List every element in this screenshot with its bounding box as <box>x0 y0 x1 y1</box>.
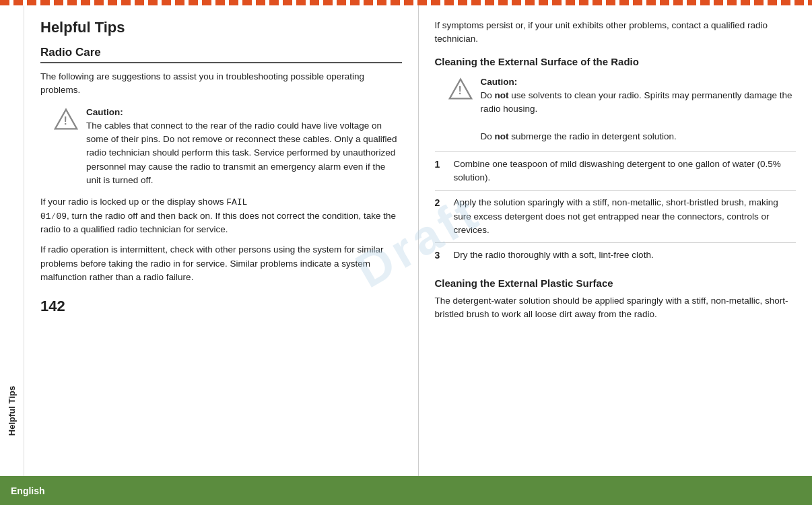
para-intermittent: If radio operation is intermittent, chec… <box>40 243 402 284</box>
caution-block-2: ! Caution: Do not use solvents to clean … <box>448 75 797 143</box>
step-2: 2 Apply the solution sparingly with a st… <box>435 190 797 242</box>
main-heading: Helpful Tips <box>40 19 402 36</box>
caution-body-1: The cables that connect to the rear of t… <box>86 121 397 185</box>
step-1-text: Combine one teaspoon of mild diswashing … <box>454 158 797 185</box>
caution-line2: Do not submerge the radio in detergent s… <box>481 131 677 141</box>
page-number: 142 <box>40 298 402 315</box>
step-1-num: 1 <box>435 158 447 172</box>
section-heading-radio-care: Radio Care <box>40 46 402 63</box>
step-3: 3 Dry the radio thoroughly with a soft, … <box>435 242 797 268</box>
caution-label-2: Caution: <box>481 77 518 87</box>
right-column: If symptoms persist or, if your unit exh… <box>419 5 813 476</box>
section-heading-cleaning-external: Cleaning the External Surface of the Rad… <box>435 56 797 67</box>
para-symptoms: If symptoms persist or, if your unit exh… <box>435 19 797 46</box>
step-2-text: Apply the solution sparingly with a stif… <box>454 196 797 237</box>
svg-text:!: ! <box>458 84 461 96</box>
caution-label-1: Caution: <box>86 107 123 117</box>
step-1: 1 Combine one teaspoon of mild diswashin… <box>435 152 797 191</box>
step-2-num: 2 <box>435 196 447 210</box>
step-3-num: 3 <box>435 248 447 263</box>
caution-line1: Do not use solvents to clean your radio.… <box>481 90 792 114</box>
cleaning-steps-list: 1 Combine one teaspoon of mild diswashin… <box>435 152 797 268</box>
plastic-para: The detergent-water solution should be a… <box>435 294 797 322</box>
step-3-text: Dry the radio thoroughly with a soft, li… <box>454 248 654 262</box>
svg-text:!: ! <box>63 114 67 127</box>
caution-text-1: Caution: The cables that connect to the … <box>86 106 402 188</box>
caution-icon-2: ! <box>448 77 473 101</box>
bottom-bar: English <box>0 476 812 505</box>
intro-paragraph: The following are suggestions to assist … <box>40 70 402 98</box>
section-heading-plastic: Cleaning the External Plastic Surface <box>435 277 797 289</box>
caution-text-2: Caution: Do not use solvents to clean yo… <box>481 75 797 143</box>
caution-block-1: ! Caution: The cables that connect to th… <box>54 106 402 188</box>
sidebar: Helpful Tips <box>0 5 24 476</box>
sidebar-label: Helpful Tips <box>7 386 17 436</box>
left-column: Helpful Tips Radio Care The following ar… <box>24 5 419 476</box>
language-label: English <box>11 485 45 496</box>
top-decorative-bar <box>0 0 812 5</box>
caution-icon-1: ! <box>54 107 78 131</box>
content-area: Draft Helpful Tips Radio Care The follow… <box>24 5 812 476</box>
para-fail: If your radio is locked up or the displa… <box>40 195 402 236</box>
